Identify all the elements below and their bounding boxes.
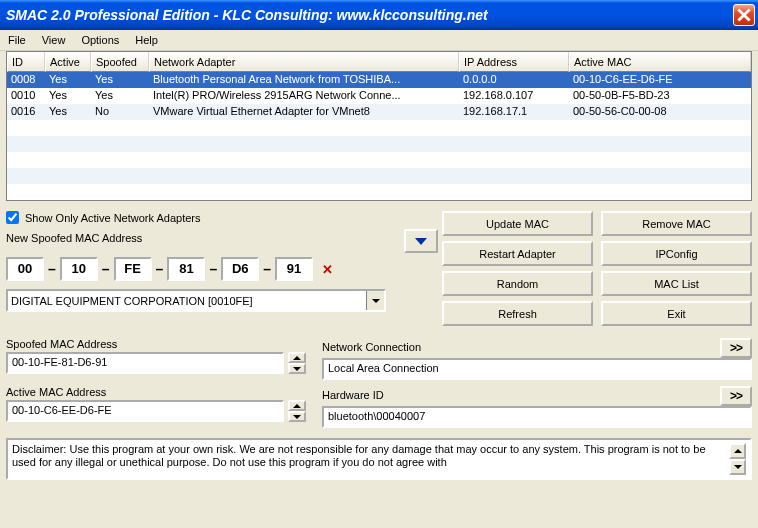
col-spoofed[interactable]: Spoofed: [91, 52, 149, 72]
chevron-down-icon: [415, 238, 427, 245]
col-mac[interactable]: Active MAC: [569, 52, 751, 72]
spinner-down[interactable]: [288, 363, 306, 374]
menu-file[interactable]: File: [8, 34, 26, 46]
vendor-select[interactable]: DIGITAL EQUIPMENT CORPORATION [0010FE]: [6, 289, 386, 312]
spinner-up[interactable]: [288, 400, 306, 411]
chevron-down-icon: [366, 291, 384, 310]
show-active-input[interactable]: [6, 211, 19, 224]
remove-mac-button[interactable]: Remove MAC: [601, 211, 752, 236]
col-id[interactable]: ID: [7, 52, 45, 72]
menu-help[interactable]: Help: [135, 34, 158, 46]
mac-seg-5[interactable]: D6: [221, 257, 259, 281]
titlebar: SMAC 2.0 Professional Edition - KLC Cons…: [0, 0, 758, 30]
refresh-button[interactable]: Refresh: [442, 301, 593, 326]
mac-seg-1[interactable]: 00: [6, 257, 44, 281]
table-row[interactable]: [7, 120, 751, 136]
active-mac-label: Active MAC Address: [6, 386, 306, 398]
close-icon: [737, 8, 751, 22]
netconn-more-button[interactable]: >>: [720, 338, 752, 358]
col-ip[interactable]: IP Address: [459, 52, 569, 72]
menu-options[interactable]: Options: [81, 34, 119, 46]
mac-seg-3[interactable]: FE: [114, 257, 152, 281]
close-button[interactable]: [733, 4, 755, 26]
disclaimer-scrollbar[interactable]: [729, 443, 746, 475]
table-row[interactable]: [7, 136, 751, 152]
active-spinner[interactable]: [288, 400, 306, 422]
table-row[interactable]: [7, 168, 751, 184]
random-button[interactable]: Random: [442, 271, 593, 296]
mac-dropdown-button[interactable]: [404, 229, 438, 253]
table-row[interactable]: 0010 Yes Yes Intel(R) PRO/Wireless 2915A…: [7, 88, 751, 104]
ipconfig-button[interactable]: IPConfig: [601, 241, 752, 266]
clear-mac-button[interactable]: ✕: [317, 258, 339, 280]
mac-seg-4[interactable]: 81: [167, 257, 205, 281]
table-row[interactable]: 0008 Yes Yes Bluetooth Personal Area Net…: [7, 72, 751, 88]
spoofed-mac-field[interactable]: 00-10-FE-81-D6-91: [6, 352, 284, 374]
restart-adapter-button[interactable]: Restart Adapter: [442, 241, 593, 266]
adapter-grid[interactable]: ID Active Spoofed Network Adapter IP Add…: [6, 51, 752, 201]
scroll-down[interactable]: [729, 459, 746, 475]
scroll-up[interactable]: [729, 443, 746, 459]
maclist-button[interactable]: MAC List: [601, 271, 752, 296]
grid-body: 0008 Yes Yes Bluetooth Personal Area Net…: [7, 72, 751, 200]
hwid-more-button[interactable]: >>: [720, 386, 752, 406]
col-active[interactable]: Active: [45, 52, 91, 72]
col-adapter[interactable]: Network Adapter: [149, 52, 459, 72]
table-row[interactable]: [7, 152, 751, 168]
table-row[interactable]: [7, 184, 751, 200]
hwid-label: Hardware ID: [322, 389, 720, 401]
spoofed-spinner[interactable]: [288, 352, 306, 374]
new-spoofed-label: New Spoofed MAC Address: [6, 232, 396, 244]
mac-input-row: 00 – 10 – FE – 81 – D6 – 91 ✕: [6, 257, 438, 281]
disclaimer-box: Disclaimer: Use this program at your own…: [6, 438, 752, 480]
spinner-down[interactable]: [288, 411, 306, 422]
window-title: SMAC 2.0 Professional Edition - KLC Cons…: [6, 7, 733, 23]
netconn-label: Network Connection: [322, 341, 720, 353]
grid-header: ID Active Spoofed Network Adapter IP Add…: [7, 52, 751, 72]
update-mac-button[interactable]: Update MAC: [442, 211, 593, 236]
menu-view[interactable]: View: [42, 34, 66, 46]
show-active-checkbox[interactable]: Show Only Active Network Adapters: [6, 211, 396, 224]
hwid-field[interactable]: bluetooth\00040007: [322, 406, 752, 428]
menubar: File View Options Help: [0, 30, 758, 51]
mac-seg-2[interactable]: 10: [60, 257, 98, 281]
active-mac-field[interactable]: 00-10-C6-EE-D6-FE: [6, 400, 284, 422]
mac-seg-6[interactable]: 91: [275, 257, 313, 281]
table-row[interactable]: 0016 Yes No VMware Virtual Ethernet Adap…: [7, 104, 751, 120]
exit-button[interactable]: Exit: [601, 301, 752, 326]
spoofed-mac-label: Spoofed MAC Address: [6, 338, 306, 350]
spinner-up[interactable]: [288, 352, 306, 363]
netconn-field[interactable]: Local Area Connection: [322, 358, 752, 380]
